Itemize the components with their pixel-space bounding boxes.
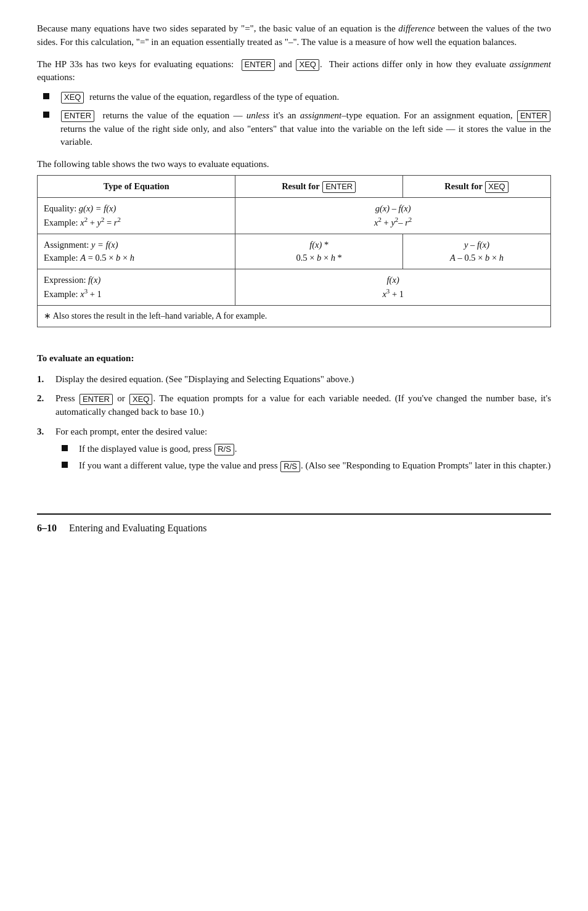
italic-difference: difference: [398, 23, 435, 33]
footer-title-text: Entering and Evaluating Equations: [69, 521, 207, 535]
intro-paragraph-2: The HP 33s has two keys for evaluating e…: [37, 58, 551, 85]
sub-bullet-list: If the displayed value is good, press R/…: [55, 443, 551, 473]
step-2: 2. Press ENTER or XEQ. The equation prom…: [37, 392, 551, 419]
eq-result-expression: f(x) x3 + 1: [235, 269, 551, 305]
sub-bullet-1: If the displayed value is good, press R/…: [55, 443, 551, 456]
italic-assignment: assignment: [510, 59, 552, 69]
table-footnote: ∗ Also stores the result in the left–han…: [38, 305, 551, 327]
xeq-key-step2: XEQ: [129, 394, 152, 406]
enter-key-bullet: ENTER: [61, 110, 94, 122]
xeq-key-header: XEQ: [485, 181, 508, 193]
col-header-type: Type of Equation: [38, 175, 235, 197]
sub-bullet-2: If you want a different value, type the …: [55, 459, 551, 473]
sub-bullet-square-1: [62, 445, 68, 451]
eq-result-equality: g(x) – f(x) x2 + y2– r2: [235, 197, 551, 234]
bullet-item-enter: ENTER returns the value of the equation …: [37, 109, 551, 149]
bullet-square-2: [43, 112, 49, 118]
footer-page-number: 6–10: [37, 521, 57, 535]
step-1-number: 1.: [37, 373, 55, 386]
bullet-2-text: ENTER returns the value of the equation …: [60, 109, 551, 149]
col-header-enter: Result for ENTER: [235, 175, 403, 197]
step-3: 3. For each prompt, enter the desired va…: [37, 425, 551, 476]
table-footnote-row: ∗ Also stores the result in the left–han…: [38, 305, 551, 327]
page-footer: 6–10 Entering and Evaluating Equations: [37, 513, 551, 535]
to-evaluate-heading-text: To evaluate an equation:: [37, 352, 551, 366]
sub-bullet-2-text: If you want a different value, type the …: [79, 459, 551, 473]
table-header-row: Type of Equation Result for ENTER Result…: [38, 175, 551, 197]
xeq-key-bullet: XEQ: [61, 92, 84, 104]
italic-assignment-2: assignment: [300, 110, 342, 120]
step-2-number: 2.: [37, 392, 55, 406]
enter-key-bullet-2: ENTER: [517, 110, 550, 122]
equation-table: Type of Equation Result for ENTER Result…: [37, 175, 551, 327]
table-row-expression: Expression: f(x) Example: x3 + 1 f(x) x3…: [38, 269, 551, 305]
enter-key-inline: ENTER: [242, 59, 275, 71]
to-evaluate-section: To evaluate an equation:: [37, 352, 551, 366]
bullet-list: XEQ returns the value of the equation, r…: [37, 91, 551, 149]
enter-key-header: ENTER: [322, 181, 356, 193]
sub-bullet-1-text: If the displayed value is good, press R/…: [79, 443, 551, 456]
enter-key-step2: ENTER: [80, 394, 113, 406]
eq-enter-assignment: f(x) * 0.5 × b × h *: [235, 234, 403, 269]
step-1-text: Display the desired equation. (See "Disp…: [55, 373, 551, 386]
step-3-number: 3.: [37, 425, 55, 439]
col-header-xeq: Result for XEQ: [403, 175, 551, 197]
numbered-steps: 1. Display the desired equation. (See "D…: [37, 373, 551, 477]
eq-type-expression: Expression: f(x) Example: x3 + 1: [38, 269, 235, 305]
step-1: 1. Display the desired equation. (See "D…: [37, 373, 551, 386]
rs-key-sub1: R/S: [214, 444, 234, 456]
bullet-item-xeq: XEQ returns the value of the equation, r…: [37, 91, 551, 104]
step-2-text: Press ENTER or XEQ. The equation prompts…: [55, 392, 551, 419]
rs-key-sub2: R/S: [280, 461, 300, 473]
step-3-text: For each prompt, enter the desired value…: [55, 425, 551, 476]
table-row-assignment: Assignment: y = f(x) Example: A = 0.5 × …: [38, 234, 551, 269]
italic-unless: unless: [247, 110, 270, 120]
eq-type-equality: Equality: g(x) = f(x) Example: x2 + y2 =…: [38, 197, 235, 234]
eq-type-assignment: Assignment: y = f(x) Example: A = 0.5 × …: [38, 234, 235, 269]
bullet-square-1: [43, 93, 49, 99]
eq-xeq-assignment: y – f(x) A – 0.5 × b × h: [403, 234, 551, 269]
bullet-1-text: XEQ returns the value of the equation, r…: [60, 91, 551, 104]
table-row-equality: Equality: g(x) = f(x) Example: x2 + y2 =…: [38, 197, 551, 234]
table-caption: The following table shows the two ways t…: [37, 158, 551, 171]
xeq-key-inline: XEQ: [296, 59, 319, 71]
intro-paragraph-1: Because many equations have two sides se…: [37, 22, 551, 49]
sub-bullet-square-2: [62, 462, 68, 468]
